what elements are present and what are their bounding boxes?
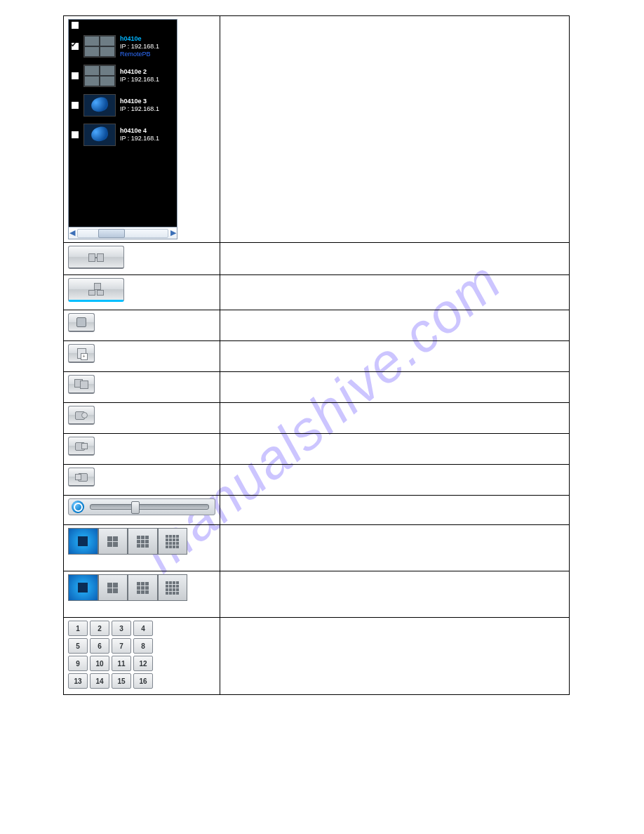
channel-key[interactable]: 11	[112, 656, 131, 671]
camera-row[interactable]: h0410e 3 IP : 192.168.1	[69, 92, 177, 119]
zoom-slider[interactable]	[68, 498, 215, 515]
slider-track[interactable]	[90, 504, 209, 510]
camera-name: h0410e 3	[120, 98, 159, 105]
camera-thumbnail	[83, 35, 116, 58]
settings-button[interactable]	[68, 313, 95, 332]
horizontal-scrollbar[interactable]: ◀ ▶	[69, 227, 177, 239]
camera-list-header	[69, 20, 177, 30]
camera-checkbox[interactable]	[71, 131, 79, 139]
channel-key[interactable]: 16	[133, 673, 153, 689]
camera-extra: RemotePB	[120, 51, 159, 58]
connect-button[interactable]	[68, 246, 124, 269]
camera-name: h0410e 2	[120, 68, 159, 76]
channel-key[interactable]: 3	[112, 621, 131, 636]
group-icon	[74, 379, 88, 389]
channel-keypad: 1 2 3 4 5 6 7 8 9 10 11 12 13 14 15 16	[68, 621, 215, 689]
camera-row[interactable]: h0410e 4 IP : 192.168.1	[69, 121, 177, 148]
layout-4-button[interactable]	[98, 528, 128, 555]
magnifier-icon	[72, 501, 84, 513]
record-stop-button[interactable]	[68, 468, 95, 486]
layout-group-a	[68, 528, 187, 555]
snapshot-button[interactable]	[68, 406, 95, 425]
layout-16-button[interactable]	[158, 574, 188, 601]
camera-checkbox[interactable]	[71, 101, 79, 110]
channel-key[interactable]: 8	[133, 638, 153, 654]
network-icon	[87, 283, 105, 296]
scroll-left-icon[interactable]: ◀	[69, 229, 76, 237]
camera-thumbnail	[83, 65, 116, 87]
camera-checkbox[interactable]	[71, 72, 79, 80]
camera-ip: IP : 192.168.1	[120, 43, 159, 51]
channel-key[interactable]: 4	[133, 621, 153, 636]
camera-name: h0410e 4	[120, 127, 159, 135]
camera-row[interactable]: h0410e 2 IP : 192.168.1	[69, 62, 177, 89]
layout-9-button[interactable]	[128, 574, 158, 601]
camera-list-panel: h0410e IP : 192.168.1 RemotePB h0410e 2 …	[68, 19, 177, 239]
camera-thumbnail	[83, 94, 116, 117]
channel-key[interactable]: 5	[68, 638, 88, 654]
channel-key[interactable]: 12	[133, 656, 153, 671]
layout-9-button[interactable]	[128, 528, 158, 555]
camera-icon	[75, 411, 88, 419]
layout-group-b	[68, 574, 187, 601]
camera-ip: IP : 192.168.1	[120, 76, 159, 84]
camera-ip: IP : 192.168.1	[120, 135, 159, 143]
settings-icon	[76, 317, 86, 327]
layout-1-button[interactable]	[68, 528, 98, 555]
layout-1-button[interactable]	[68, 574, 98, 601]
channel-key[interactable]: 7	[112, 638, 131, 654]
document-add-icon: +	[77, 348, 86, 359]
record-start-button[interactable]	[68, 437, 95, 456]
layout-4-button[interactable]	[98, 574, 128, 601]
network-button[interactable]	[68, 278, 124, 302]
select-all-checkbox[interactable]	[71, 21, 79, 29]
channel-key[interactable]: 14	[90, 673, 109, 689]
channel-key[interactable]: 15	[112, 673, 131, 689]
channel-key[interactable]: 10	[90, 656, 109, 671]
channel-key[interactable]: 13	[68, 673, 88, 689]
camera-ip: IP : 192.168.1	[120, 105, 159, 113]
record-stop-icon	[75, 472, 88, 481]
camera-checkbox[interactable]	[71, 42, 79, 51]
scroll-right-icon[interactable]: ▶	[170, 229, 177, 237]
record-start-icon	[75, 442, 88, 450]
channel-key[interactable]: 1	[68, 621, 88, 636]
group-button[interactable]	[68, 375, 95, 394]
slider-handle[interactable]	[131, 501, 140, 514]
channel-key[interactable]: 6	[90, 638, 109, 654]
channel-key[interactable]: 9	[68, 656, 88, 671]
channel-key[interactable]: 2	[90, 621, 109, 636]
connect-icon	[88, 251, 104, 263]
camera-name: h0410e	[120, 35, 159, 43]
scroll-thumb[interactable]	[98, 229, 125, 238]
camera-row[interactable]: h0410e IP : 192.168.1 RemotePB	[69, 33, 177, 60]
camera-thumbnail	[83, 124, 116, 146]
controls-table: h0410e IP : 192.168.1 RemotePB h0410e 2 …	[63, 15, 570, 695]
add-doc-button[interactable]: +	[68, 344, 95, 363]
layout-16-button[interactable]	[158, 528, 188, 555]
